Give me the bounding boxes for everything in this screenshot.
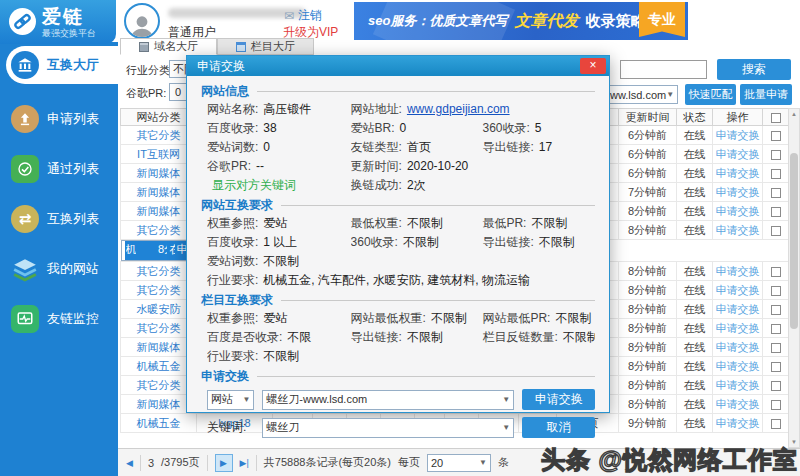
apply-exchange-link[interactable]: 申请交换 [713,376,763,395]
requirement-field: 百度是否收录:不限 [207,328,351,347]
site-category-link[interactable]: 机械五金 [125,241,138,260]
requirement-field: 权重参照:爱站 [207,309,351,328]
quick-match-button[interactable]: 快速匹配 [685,84,736,105]
row-checkbox[interactable] [771,267,781,277]
apply-exchange-link[interactable]: 申请交换 [713,281,763,300]
tab-column-hall[interactable]: 栏目大厅 [217,38,314,55]
status-cell: 在线 [677,338,713,357]
current-page[interactable]: 3 [148,457,154,469]
my-site-select-modal[interactable]: 螺丝刀-www.lsd.com▼ [262,390,514,410]
row-checkbox[interactable] [771,169,781,179]
envelope-icon: ✉ [284,9,294,23]
banner-text-2: 文章代发 [514,11,578,32]
banner-text-3: 收录策略 [585,12,645,31]
apply-exchange-link[interactable]: 申请交换 [713,338,763,357]
apply-exchange-link[interactable]: 申请交换 [713,202,763,221]
batch-apply-button[interactable]: 批量申请 [740,84,792,105]
search-button[interactable]: 搜索 [717,59,791,80]
row-checkbox[interactable] [771,150,781,160]
last-page-icon[interactable]: ▶| [240,458,249,468]
pass-list-icon [11,155,39,183]
next-page-button[interactable]: ▶ [215,454,233,472]
modal-apply-button[interactable]: 申请交换 [522,389,595,410]
requirement-field: 行业要求:不限制 [207,347,595,366]
select-all-checkbox[interactable] [771,113,781,123]
status-cell: 在线 [677,202,713,221]
apply-exchange-link[interactable]: 申请交换 [713,357,763,376]
sidebar-item-pass-list[interactable]: 通过列表 [6,150,118,188]
seo-ad-banner[interactable]: seo服务：优质文章代写 文章代发 收录策略 专业 [354,2,688,40]
status-cell: 在线 [677,126,713,145]
table-scrollbar[interactable]: ▲ ▼ [788,108,800,448]
apply-form: 网站▼ 螺丝刀-www.lsd.com▼ 申请交换 关键词: 螺丝刀▼ 取消 [201,389,595,438]
checkbox-cell [763,414,789,433]
status-cell: 在线 [677,221,713,240]
link-type-select[interactable]: 网站▼ [207,390,254,410]
section-site-info: 网站信息 [201,83,595,100]
scroll-up-icon[interactable]: ▲ [789,111,799,117]
sidebar-item-my-sites[interactable]: 我的网站 [6,250,118,288]
row-checkbox[interactable] [771,362,781,372]
search-input[interactable] [620,60,707,79]
prev-page-icon[interactable]: ◀ [126,458,133,468]
keyword-select[interactable]: 螺丝刀▼ [262,418,514,438]
link-monitor-icon [11,305,39,333]
bank-icon [11,51,39,79]
per-page-select[interactable]: 20▼ [427,454,491,472]
requirement-field: 最低权重:不限制 [351,214,483,233]
row-checkbox[interactable] [771,400,781,410]
sidebar-item-exchange-list[interactable]: ⇄ 互换列表 [6,200,118,238]
apply-exchange-link[interactable]: 申请交换 [713,183,763,202]
sidebar-item-exchange-hall[interactable]: 互换大厅 [6,46,118,84]
row-checkbox[interactable] [771,286,781,296]
avatar[interactable] [124,3,160,39]
sidebar-item-link-monitor[interactable]: 友链监控 [6,300,118,338]
update-time-cell: 8分钟前 [619,221,677,240]
update-time-cell: 6分钟前 [619,145,677,164]
row-checkbox[interactable] [771,188,781,198]
scrollbar-thumb[interactable] [790,153,798,329]
my-sites-icon [11,255,39,283]
chevron-down-icon: ▼ [242,395,250,404]
apply-exchange-link[interactable]: 申请交换 [713,221,763,240]
close-icon[interactable]: × [580,58,606,74]
row-checkbox[interactable] [771,419,781,429]
apply-exchange-link[interactable]: 申请交换 [713,319,763,338]
apply-exchange-link[interactable]: 申请交换 [713,300,763,319]
row-checkbox[interactable] [771,131,781,141]
status-cell: 在线 [677,357,713,376]
row-checkbox[interactable] [771,324,781,334]
apply-exchange-link[interactable]: 申请交换 [713,145,763,164]
tab-domain-hall[interactable]: 域名大厅 [120,38,217,55]
apply-exchange-link[interactable]: 申请交换 [713,395,763,414]
apply-exchange-link[interactable]: 申请交换 [713,414,763,433]
watermark: 头条 @悦然网络工作室 [541,444,798,476]
apply-exchange-link[interactable]: 申请交换 [713,164,763,183]
row-checkbox[interactable] [771,381,781,391]
status-cell: 在线 [677,376,713,395]
logout-link[interactable]: ✉ 注销 [284,7,322,24]
chain-link-icon [9,8,36,35]
sidebar-label: 友链监控 [47,310,99,328]
total-pages: /3795页 [161,455,200,470]
my-site-select[interactable]: www.lsd.com▼ [598,85,678,104]
checkbox-cell [763,202,789,221]
row-checkbox[interactable] [771,305,781,315]
records-summary: 共75888条记录(每页20条) [264,455,391,470]
status-cell: 在线 [168,241,175,260]
sidebar-item-apply-list[interactable]: 申请列表 [6,100,118,138]
row-checkbox[interactable] [771,226,781,236]
col-checkbox [763,109,789,126]
apply-exchange-link[interactable]: 申请交换 [713,126,763,145]
row-checkbox[interactable] [771,207,781,217]
col-action: 操作 [713,109,763,126]
apply-exchange-link[interactable]: 申请交换 [713,262,763,281]
column-hall-icon [236,42,246,52]
checkbox-cell [763,376,789,395]
row-checkbox[interactable] [771,343,781,353]
modal-cancel-button[interactable]: 取消 [522,417,595,438]
requirement-field: 网站最低PR:不限制 [482,309,595,328]
site-category-link[interactable]: 机械五金 [121,414,197,433]
tab-label: 域名大厅 [154,39,198,54]
chevron-down-icon: ▼ [666,90,674,99]
